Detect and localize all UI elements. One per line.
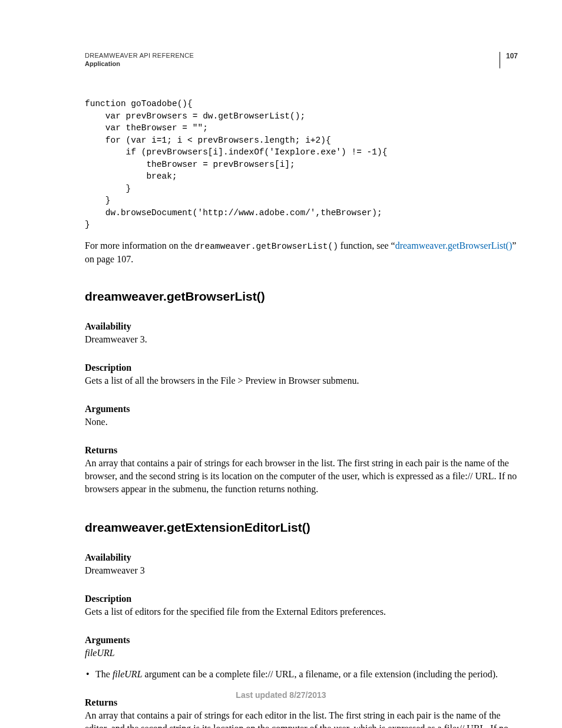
availability-text: Dreamweaver 3. xyxy=(85,333,518,346)
list-item: The fileURL argument can be a complete f… xyxy=(95,668,518,681)
doc-section: Application xyxy=(85,60,500,67)
arguments-label: Arguments xyxy=(85,404,518,414)
para-text: function, see “ xyxy=(338,241,395,251)
page-content: DREAMWEAVER API REFERENCE Application 10… xyxy=(0,0,562,728)
cross-reference-link[interactable]: dreamweaver.getBrowserList() xyxy=(395,241,513,251)
arguments-label: Arguments xyxy=(85,635,518,645)
page-number-rule xyxy=(500,52,500,68)
arguments-text: fileURL xyxy=(85,647,518,660)
doc-title: DREAMWEAVER API REFERENCE xyxy=(85,52,500,59)
availability-label: Availability xyxy=(85,321,518,332)
header-left: DREAMWEAVER API REFERENCE Application xyxy=(85,52,500,67)
para-text: For more information on the xyxy=(85,241,194,251)
description-text: Gets a list of all the browsers in the F… xyxy=(85,374,518,387)
page-number: 107 xyxy=(506,52,518,68)
body-paragraph: For more information on the dreamweaver.… xyxy=(85,239,518,266)
description-text: Gets a list of editors for the specified… xyxy=(85,605,518,618)
inline-code: dreamweaver.getBrowserList() xyxy=(194,242,338,251)
api-heading-getbrowserlist: dreamweaver.getBrowserList() xyxy=(85,289,518,304)
description-label: Description xyxy=(85,594,518,604)
availability-label: Availability xyxy=(85,552,518,563)
running-header: DREAMWEAVER API REFERENCE Application 10… xyxy=(85,52,518,68)
api-heading-getextensioneditorlist: dreamweaver.getExtensionEditorList() xyxy=(85,521,518,535)
argument-list: The fileURL argument can be a complete f… xyxy=(85,668,518,681)
bullet-em: fileURL xyxy=(113,669,143,679)
bullet-text: argument can be a complete file:// URL, … xyxy=(143,669,498,679)
page-number-wrap: 107 xyxy=(500,52,518,68)
bullet-text: The xyxy=(95,669,113,679)
description-label: Description xyxy=(85,363,518,373)
returns-text: An array that contains a pair of strings… xyxy=(85,457,518,496)
returns-text: An array that contains a pair of strings… xyxy=(85,709,518,729)
availability-text: Dreamweaver 3 xyxy=(85,564,518,577)
arguments-text: None. xyxy=(85,416,518,429)
page-footer: Last updated 8/27/2013 xyxy=(0,690,562,700)
code-block: function goToadobe(){ var prevBrowsers =… xyxy=(85,98,518,231)
returns-label: Returns xyxy=(85,445,518,456)
